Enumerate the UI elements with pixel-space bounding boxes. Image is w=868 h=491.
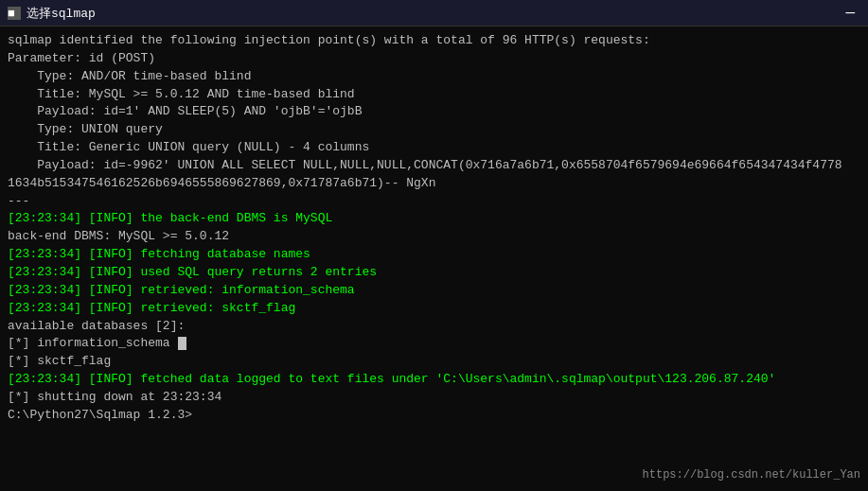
terminal-line: [*] shutting down at 23:23:34	[8, 389, 860, 407]
watermark: https://blog.csdn.net/kuller_Yan	[643, 467, 860, 483]
terminal-line: C:\Python27\Sqlmap 1.2.3>	[8, 407, 860, 425]
terminal-line: [*] information_schema	[8, 335, 860, 353]
terminal-line: 1634b515347546162526b6946555869627869,0x…	[8, 175, 860, 193]
terminal-line: Type: UNION query	[8, 121, 860, 139]
terminal-line: Payload: id=-9962' UNION ALL SELECT NULL…	[8, 157, 860, 175]
terminal-line: [23:23:34] [INFO] fetching database name…	[8, 246, 860, 264]
terminal-window[interactable]: sqlmap identified the following injectio…	[0, 26, 868, 491]
terminal-cursor	[178, 337, 186, 350]
title-text: 选择sqlmap	[27, 5, 96, 22]
terminal-line: Title: Generic UNION query (NULL) - 4 co…	[8, 139, 860, 157]
terminal-line: Parameter: id (POST)	[8, 50, 860, 68]
terminal-line: ---	[8, 193, 860, 211]
terminal-line: Type: AND/OR time-based blind	[8, 68, 860, 86]
terminal-line: sqlmap identified the following injectio…	[8, 32, 860, 50]
terminal-line: [23:23:34] [INFO] used SQL query returns…	[8, 264, 860, 282]
title-bar-left: ■ 选择sqlmap	[8, 5, 96, 22]
terminal-line: [23:23:34] [INFO] fetched data logged to…	[8, 371, 860, 389]
window-icon: ■	[8, 7, 21, 20]
terminal-line: [*] skctf_flag	[8, 353, 860, 371]
title-bar: ■ 选择sqlmap —	[0, 0, 868, 26]
terminal-line: back-end DBMS: MySQL >= 5.0.12	[8, 228, 860, 246]
terminal-line: [23:23:34] [INFO] retrieved: skctf_flag	[8, 300, 860, 318]
minimize-button[interactable]: —	[840, 5, 860, 22]
terminal-line: [23:23:34] [INFO] retrieved: information…	[8, 282, 860, 300]
terminal-content: sqlmap identified the following injectio…	[8, 32, 860, 425]
terminal-line: available databases [2]:	[8, 318, 860, 336]
terminal-line: Title: MySQL >= 5.0.12 AND time-based bl…	[8, 86, 860, 104]
terminal-line: [23:23:34] [INFO] the back-end DBMS is M…	[8, 210, 860, 228]
terminal-line: Payload: id=1' AND SLEEP(5) AND 'ojbB'='…	[8, 103, 860, 121]
